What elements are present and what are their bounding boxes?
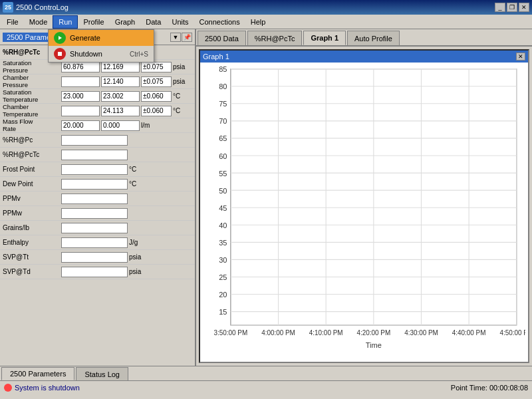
title-bar: 25 2500 ControLog _ ❐ ✕ <box>0 0 532 15</box>
menu-item-help[interactable]: Help <box>245 15 271 29</box>
param-label: SVP@Tt <box>3 253 61 261</box>
graph-window: Graph 1 ✕ <box>199 49 529 363</box>
param-val1-input[interactable] <box>61 120 100 131</box>
param-single-input[interactable] <box>61 135 128 146</box>
param-tol-input[interactable] <box>141 76 172 87</box>
menu-item-profile[interactable]: Profile <box>78 15 109 29</box>
menu-item-mode[interactable]: Mode <box>24 15 53 29</box>
dropdown-item-generate[interactable]: Generate <box>49 30 154 46</box>
param-single-input[interactable] <box>61 179 128 190</box>
point-time: Point Time: 00:00:08:08 <box>451 384 528 392</box>
menu-item-graph[interactable]: Graph <box>110 15 141 29</box>
param-row-6: %RH@PcTc <box>0 148 195 162</box>
param-unit: °C <box>173 107 180 114</box>
param-val1-input[interactable] <box>61 106 100 116</box>
tab-autoprofile[interactable]: Auto Profile <box>347 31 400 45</box>
svg-text:75: 75 <box>219 100 227 108</box>
svg-text:30: 30 <box>219 256 227 264</box>
param-label: SaturationTemperature <box>3 89 61 103</box>
param-row-9: PPMv <box>0 192 195 206</box>
param-row-4: Mass FlowRatel/m <box>0 118 195 133</box>
svg-marker-46 <box>59 36 62 40</box>
param-row-12: EnthalpyJ/g <box>0 235 195 250</box>
param-row-1: ChamberPressurepsia <box>0 74 195 89</box>
param-unit: l/m <box>141 122 150 129</box>
minimize-button[interactable]: _ <box>495 3 505 12</box>
tab-rh[interactable]: %RH@PcTc <box>247 31 303 45</box>
param-label: Mass FlowRate <box>3 118 61 132</box>
param-single-input[interactable] <box>61 164 128 175</box>
graph-close-button[interactable]: ✕ <box>516 53 525 61</box>
param-tol-input[interactable] <box>141 62 172 72</box>
param-single-input[interactable] <box>61 237 128 248</box>
menu-item-connections[interactable]: Connections <box>194 15 245 29</box>
panel-collapse-btn[interactable]: ▼ <box>170 33 181 42</box>
graph-title-bar: Graph 1 ✕ <box>200 51 528 63</box>
param-single-input[interactable] <box>61 223 128 233</box>
param-unit: °C <box>129 180 136 188</box>
param-unit: psia <box>173 63 185 70</box>
param-row-8: Dew Point°C <box>0 177 195 192</box>
param-val1-input[interactable] <box>61 76 100 87</box>
param-row-11: Grains/lb <box>0 221 195 235</box>
param-unit: °C <box>129 166 136 173</box>
param-single-input[interactable] <box>61 150 128 160</box>
param-unit: °C <box>173 92 180 100</box>
svg-text:85: 85 <box>219 65 227 73</box>
param-val2-input[interactable] <box>101 76 140 87</box>
param-label: SVP@Td <box>3 268 61 275</box>
svg-text:4:40:00 PM: 4:40:00 PM <box>452 329 486 336</box>
svg-text:25: 25 <box>219 273 227 281</box>
param-label: Dew Point <box>3 180 61 188</box>
menu-item-units[interactable]: Units <box>166 15 194 29</box>
svg-text:35: 35 <box>219 239 227 247</box>
param-tol-input[interactable] <box>141 91 172 102</box>
param-row-7: Frost Point°C <box>0 162 195 177</box>
param-single-input[interactable] <box>61 194 128 204</box>
param-unit: psia <box>129 268 141 275</box>
graph-title: Graph 1 <box>203 53 516 61</box>
svg-text:4:30:00 PM: 4:30:00 PM <box>404 329 438 336</box>
dropdown-item-shutdown[interactable]: ShutdownCtrl+S <box>49 46 154 62</box>
param-row-5: %RH@Pc <box>0 133 195 148</box>
svg-text:4:00:00 PM: 4:00:00 PM <box>261 329 295 336</box>
tab-data[interactable]: 2500 Data <box>198 31 246 45</box>
svg-text:20: 20 <box>219 291 227 299</box>
bottom-tab-2500-parameters[interactable]: 2500 Parameters <box>1 367 74 380</box>
param-single-input[interactable] <box>61 208 128 219</box>
param-single-input[interactable] <box>61 252 128 263</box>
restore-button[interactable]: ❐ <box>507 3 517 12</box>
window-controls: _ ❐ ✕ <box>495 3 529 12</box>
param-row-3: ChamberTemperature°C <box>0 104 195 118</box>
menu-bar: FileModeRunProfileGraphDataUnitsConnecti… <box>0 15 532 29</box>
param-val1-input[interactable] <box>61 62 100 72</box>
app-title: 2500 ControLog <box>16 3 495 11</box>
param-val2-input[interactable] <box>101 106 140 116</box>
param-val2-input[interactable] <box>101 120 140 131</box>
param-unit: J/g <box>129 239 138 246</box>
svg-text:70: 70 <box>219 117 227 125</box>
svg-text:55: 55 <box>219 169 227 177</box>
param-val1-input[interactable] <box>61 91 100 102</box>
param-label: Grains/lb <box>3 224 61 231</box>
param-label: PPMv <box>3 195 61 202</box>
menu-item-run[interactable]: Run <box>53 15 78 29</box>
svg-text:15: 15 <box>219 308 227 316</box>
param-single-input[interactable] <box>61 267 128 277</box>
svg-text:40: 40 <box>219 221 227 229</box>
param-label: ChamberPressure <box>3 74 61 88</box>
params-scroll-area[interactable]: SaturationPressurepsiaChamberPressurepsi… <box>0 60 195 366</box>
panel-pin-btn[interactable]: 📌 <box>182 33 192 42</box>
menu-item-file[interactable]: File <box>1 15 24 29</box>
close-button[interactable]: ✕ <box>519 3 529 12</box>
param-label: %RH@PcTc <box>3 151 61 158</box>
param-val2-input[interactable] <box>101 91 140 102</box>
menu-item-data[interactable]: Data <box>140 15 166 29</box>
bottom-tab-status-log[interactable]: Status Log <box>76 367 128 380</box>
svg-text:45: 45 <box>219 204 227 212</box>
param-tol-input[interactable] <box>141 106 172 116</box>
svg-text:80: 80 <box>219 82 227 90</box>
svg-text:4:50:00 PM: 4:50:00 PM <box>499 329 525 336</box>
tab-graph1[interactable]: Graph 1 <box>303 31 346 45</box>
param-val2-input[interactable] <box>101 62 140 72</box>
